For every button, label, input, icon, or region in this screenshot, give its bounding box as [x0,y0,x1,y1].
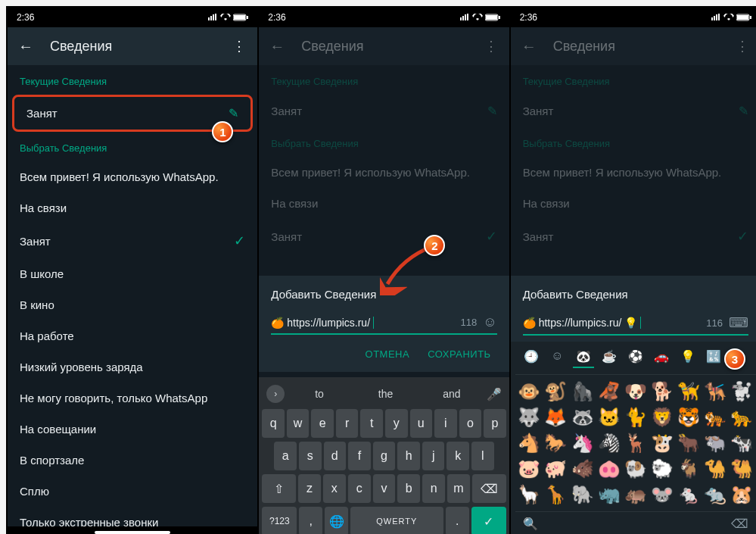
suggestion[interactable]: to [288,388,350,400]
status-option[interactable]: На работе [8,320,257,351]
emoji-icon[interactable]: ☺ [483,314,496,330]
emoji-item[interactable]: 🦍 [570,379,595,404]
search-icon[interactable]: 🔍 [523,517,538,531]
appbar: ← Сведения ⋮ [511,27,756,65]
emoji-item[interactable]: 🐅 [703,405,728,429]
emoji-item[interactable]: 🦏 [596,482,621,507]
status-input[interactable]: 🍊 https://lumpics.ru/ 💡 116 ⌨ [523,314,748,336]
backspace-key[interactable]: ⌫ [472,474,506,503]
chevron-right-icon[interactable]: › [266,385,285,403]
enter-key[interactable]: ✓ [471,507,506,534]
cancel-button[interactable]: ОТМЕНА [366,348,410,360]
emoji-tab-travel[interactable]: 🚗 [651,349,672,368]
emoji-tab-recent[interactable]: 🕘 [521,349,542,368]
emoji-item[interactable]: 🐐 [677,457,702,481]
emoji-item[interactable]: 🐩 [730,379,754,404]
status-option[interactable]: В школе [8,258,257,289]
emoji-item[interactable]: 🐕 [649,379,674,404]
emoji-item[interactable]: 🐪 [703,457,728,481]
emoji-item[interactable]: 🐘 [570,482,595,507]
emoji-picker[interactable]: 🕘 ☺ 🐼 ☕ ⚽ 🚗 💡 🔣 🏳 🐵🐒🦍🦧🐶🐕🦮🐕‍🦺🐩🐺🦊🦝🐱🐈🦁🐯🐅🐆🐴🐎… [511,342,756,534]
emoji-item[interactable]: 🦁 [649,405,674,429]
emoji-tab-animals[interactable]: 🐼 [573,349,594,368]
lang-key[interactable]: 🌐 [325,507,348,534]
emoji-item[interactable]: 🐒 [543,379,568,404]
emoji-item[interactable]: 🦓 [596,431,621,455]
status-input[interactable]: 🍊 https://lumpics.ru/ 118 ☺ [271,314,496,335]
emoji-tab-food[interactable]: ☕ [599,349,620,368]
back-icon[interactable]: ← [517,34,541,58]
suggestion[interactable]: the [354,388,417,400]
status-option[interactable]: Только экстренные звонки [8,507,257,526]
space-key[interactable]: QWERTY [350,507,443,534]
input-emoji: 🍊 [271,317,284,329]
status-option[interactable]: На совещании [8,414,257,445]
emoji-item[interactable]: 🐀 [703,482,728,507]
emoji-item[interactable]: 🐷 [517,457,542,481]
emoji-item[interactable]: 🐹 [730,482,754,507]
emoji-item[interactable]: 🐯 [677,405,702,429]
emoji-item[interactable]: 🐭 [649,482,674,507]
menu-icon[interactable]: ⋮ [227,34,251,58]
emoji-item[interactable]: 🐄 [730,431,754,455]
emoji-tab-objects[interactable]: 💡 [677,349,698,368]
emoji-item[interactable]: 🦊 [543,405,568,429]
status-option[interactable]: В спортзале [8,445,257,476]
emoji-item[interactable]: 🐵 [517,379,542,404]
status-option[interactable]: Занят✓ [8,223,257,258]
menu-icon[interactable]: ⋮ [730,34,754,58]
menu-icon[interactable]: ⋮ [479,34,503,58]
emoji-item[interactable]: 🐗 [570,457,595,481]
emoji-item[interactable]: 🐖 [543,457,568,481]
keyboard[interactable]: › to the and 🎤 qwertyuiop asdfghjkl ⇧ zx… [259,377,509,534]
save-button[interactable]: СОХРАНИТЬ [428,348,490,360]
mic-icon[interactable]: 🎤 [487,387,502,401]
statusbar-time: 2:36 [268,12,285,23]
key[interactable]: q [262,409,285,438]
status-option[interactable]: Низкий уровень заряда [8,351,257,383]
emoji-item[interactable]: 🐏 [623,457,648,481]
nav-bar [8,526,257,534]
edit-icon[interactable]: ✎ [229,106,238,120]
status-option[interactable]: В кино [8,289,257,320]
emoji-item[interactable]: 🐽 [596,457,621,481]
backspace-icon[interactable]: ⌫ [731,517,748,531]
emoji-item[interactable]: 🦌 [623,431,648,455]
back-icon[interactable]: ← [265,34,289,58]
back-icon[interactable]: ← [14,34,38,58]
emoji-tab-activity[interactable]: ⚽ [625,349,646,368]
emoji-item[interactable]: 🐁 [677,482,702,507]
emoji-item[interactable]: 🐶 [623,379,648,404]
emoji-item[interactable]: 🦒 [543,482,568,507]
keyboard-icon[interactable]: ⌨ [729,314,748,331]
suggestion[interactable]: and [420,388,483,400]
emoji-item[interactable]: 🐺 [517,405,542,429]
status-option[interactable]: На связи [8,192,257,223]
emoji-item[interactable]: 🐃 [703,431,728,455]
shift-key[interactable]: ⇧ [262,474,296,503]
emoji-item[interactable]: 🐫 [730,457,754,481]
emoji-item[interactable]: 🦄 [570,431,595,455]
emoji-item[interactable]: 🦙 [517,482,542,507]
emoji-item[interactable]: 🐮 [649,431,674,455]
status-icons [459,14,500,21]
emoji-item[interactable]: 🐎 [543,431,568,455]
emoji-item[interactable]: 🐱 [596,405,621,429]
emoji-tab-smileys[interactable]: ☺ [546,349,568,368]
status-option[interactable]: Всем привет! Я использую WhatsApp. [8,161,257,192]
emoji-item[interactable]: 🐈 [623,405,648,429]
emoji-item[interactable]: 🐂 [677,431,702,455]
char-counter: 118 [461,317,478,328]
status-option[interactable]: Сплю [8,476,257,507]
emoji-tab-symbols[interactable]: 🔣 [703,349,724,368]
emoji-item[interactable]: 🐴 [517,431,542,455]
emoji-item[interactable]: 🦝 [570,405,595,429]
emoji-item[interactable]: 🦛 [623,482,648,507]
emoji-item[interactable]: 🐑 [649,457,674,481]
emoji-item[interactable]: 🐕‍🦺 [703,379,728,404]
emoji-item[interactable]: 🦮 [677,379,702,404]
status-option[interactable]: Не могу говорить, только WhatsApp [8,383,257,414]
symbols-key[interactable]: ?123 [262,507,297,534]
emoji-item[interactable]: 🐆 [730,405,754,429]
emoji-item[interactable]: 🦧 [596,379,621,404]
